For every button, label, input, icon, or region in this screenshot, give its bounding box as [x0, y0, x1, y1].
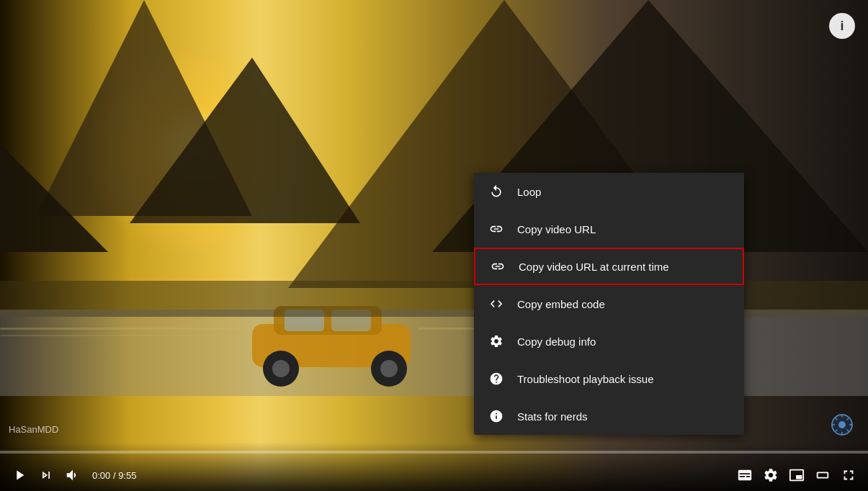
loop-icon — [488, 184, 504, 199]
menu-item-loop[interactable]: Loop — [474, 173, 744, 210]
next-button[interactable] — [36, 465, 56, 485]
menu-label-troubleshoot: Troubleshoot playback issue — [517, 373, 654, 385]
menu-label-copy-debug: Copy debug info — [517, 335, 596, 348]
menu-label-loop: Loop — [517, 186, 541, 198]
menu-label-stats: Stats for nerds — [517, 410, 588, 423]
menu-item-copy-debug[interactable]: Copy debug info — [474, 323, 744, 360]
subtitles-button[interactable] — [734, 464, 756, 486]
menu-item-copy-url-time[interactable]: Copy video URL at current time — [474, 248, 744, 285]
player-controls: 0:00 / 9:55 — [0, 442, 868, 491]
time-display: 0:00 / 9:55 — [92, 470, 136, 481]
sun-glow — [86, 43, 303, 259]
volume-button[interactable] — [62, 464, 84, 486]
menu-item-troubleshoot[interactable]: Troubleshoot playback issue — [474, 360, 744, 397]
info-icon: i — [840, 19, 844, 34]
menu-item-stats[interactable]: Stats for nerds — [474, 397, 744, 435]
video-player: i HaSanMDD — [0, 0, 868, 491]
channel-watermark: HaSanMDD — [9, 424, 58, 435]
question-icon — [488, 371, 504, 387]
settings-button[interactable] — [760, 464, 782, 486]
settings-wheel-icon — [829, 412, 855, 438]
context-menu: Loop Copy video URL Copy video URL at cu… — [474, 173, 744, 435]
svg-point-20 — [838, 421, 846, 428]
controls-row: 0:00 / 9:55 — [0, 459, 868, 491]
link-icon-1 — [488, 221, 504, 237]
embed-icon — [488, 296, 504, 312]
right-controls — [734, 464, 859, 486]
fullscreen-button[interactable] — [838, 464, 859, 486]
theater-button[interactable] — [812, 464, 833, 486]
play-button[interactable] — [9, 464, 30, 486]
stats-info-icon — [488, 408, 504, 424]
menu-label-copy-url: Copy video URL — [517, 223, 596, 235]
menu-item-copy-url[interactable]: Copy video URL — [474, 210, 744, 248]
menu-label-copy-url-time: Copy video URL at current time — [519, 261, 669, 273]
progress-bar[interactable] — [0, 451, 868, 454]
debug-gear-icon — [488, 333, 504, 349]
menu-label-copy-embed: Copy embed code — [517, 298, 605, 310]
miniplayer-button[interactable] — [786, 464, 807, 486]
info-button[interactable]: i — [829, 13, 855, 39]
menu-item-copy-embed[interactable]: Copy embed code — [474, 285, 744, 323]
link-icon-2 — [490, 258, 506, 274]
